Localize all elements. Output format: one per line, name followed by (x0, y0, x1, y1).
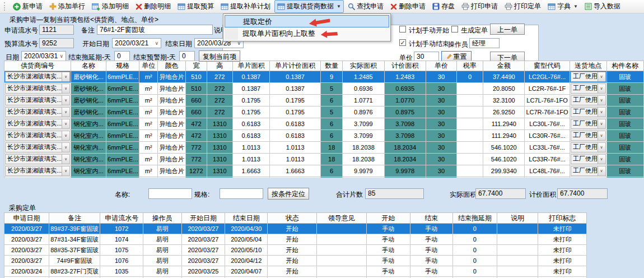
cell-piece-price-area[interactable]: 0.1795 (270, 95, 321, 106)
cell-qty[interactable]: 6 (321, 165, 343, 177)
cell-piece-price-area[interactable]: 0.1795 (270, 106, 321, 118)
cell-delivery[interactable]: 工厂使用∨ (570, 165, 606, 177)
cell-actual-area[interactable]: 1.2485 (343, 71, 384, 83)
cell-combobox[interactable]: 工厂使用∨ (571, 154, 606, 164)
manual-start-checkbox[interactable] (399, 26, 406, 33)
cell-orders-7[interactable] (317, 224, 367, 234)
cell-combobox[interactable]: 长沙市潇湘玻璃实...∨ (5, 107, 70, 117)
cell-orders-1[interactable]: 87#31-34F窗固玻 (49, 234, 100, 245)
cell-price-area[interactable]: 3.7098 (384, 130, 426, 142)
cell-orders-12[interactable]: 未打印 (538, 266, 587, 277)
cell-combobox[interactable]: 长沙市潇湘玻璃实...∨ (5, 131, 70, 141)
cell-orders-4[interactable]: 2020/03/27 (181, 224, 225, 234)
column-header-orders-5[interactable]: 结束日期 (225, 213, 268, 224)
cell-orders-1[interactable]: 89#37-39F窗固玻 (49, 224, 100, 234)
cell-supplier[interactable]: 长沙市潇湘玻璃实...∨ (4, 95, 71, 106)
cell-width[interactable]: 510 (185, 71, 207, 83)
cell-qty[interactable]: 6 (321, 95, 343, 106)
cell-orders-1[interactable]: 88#35-37F窗固玻 (49, 245, 100, 256)
cell-width[interactable]: 660 (185, 106, 207, 118)
copy-current-item-button[interactable]: 复制当前项 (199, 50, 240, 62)
cell-part[interactable]: 固玻 (606, 142, 643, 154)
chevron-down-icon[interactable]: ∨ (598, 108, 605, 117)
budget-no-field[interactable]: 9252 (39, 38, 74, 48)
table-row[interactable]: 长沙市潇湘玻璃实...∨钢化室内...6mmPLE...m²异地合片472131… (4, 130, 644, 142)
cell-height[interactable]: 1310 (207, 177, 232, 178)
manual-end-checkbox[interactable]: ✓ (399, 39, 406, 46)
cell-piece-price-area[interactable]: 1.6663 (270, 177, 321, 178)
cell-orders-5[interactable]: 2020/05/04 (225, 234, 268, 245)
toolbar-grip[interactable] (4, 2, 7, 11)
cell-color[interactable]: 异地合片 (158, 118, 186, 130)
cell-color[interactable]: 异地合片 (158, 154, 186, 165)
cell-price-area[interactable]: 18.2034 (384, 154, 426, 165)
cell-height[interactable]: 1310 (207, 130, 232, 142)
cell-qty[interactable]: 5 (321, 106, 343, 118)
cell-spec[interactable]: 6mmPLE... (106, 83, 139, 95)
cell-color[interactable]: 异地合片 (158, 71, 186, 83)
toolbar-button-save[interactable]: 存盘 (430, 0, 458, 13)
column-header-orders-7[interactable]: 领导意见 (317, 213, 367, 224)
cell-width[interactable]: 772 (185, 154, 207, 165)
chevron-down-icon[interactable]: ∨ (62, 119, 69, 128)
cell-combobox[interactable]: 长沙市潇湘玻璃实...∨ (5, 72, 70, 82)
column-header-price-area[interactable]: 计价面积 (384, 61, 426, 71)
cell-name[interactable]: 磨砂钢化... (71, 95, 106, 106)
cell-combobox[interactable]: 长沙市潇湘玻璃实...∨ (5, 84, 70, 94)
column-header-height[interactable]: 高 (207, 61, 232, 71)
cell-piece-area[interactable]: 1.6663 (232, 165, 269, 177)
cell-actual-area[interactable]: 18.2038 (343, 142, 384, 154)
cell-color[interactable]: 异地合片 (158, 130, 186, 142)
column-header-qty[interactable]: 数量 (321, 61, 343, 71)
cell-tax[interactable] (457, 130, 483, 142)
cell-orders-7[interactable] (317, 234, 367, 245)
cell-orders-8[interactable]: 手动 (366, 256, 410, 266)
cell-tax[interactable]: 0 (457, 71, 483, 83)
cell-orders-0[interactable]: 2020/03/27 (4, 256, 49, 266)
cell-height[interactable]: 272 (207, 83, 232, 95)
cell-piece-area[interactable]: 0.6183 (232, 118, 269, 130)
cell-orders-4[interactable]: 2020/03/25 (181, 266, 225, 277)
cell-orders-10[interactable]: 0 (452, 245, 497, 256)
cell-price-area[interactable]: 9.9978 (384, 165, 426, 177)
table-row[interactable]: 长沙市潇湘玻璃实...∨磨砂钢化...6mmPLE...m²异地合片660272… (4, 106, 644, 118)
cell-name[interactable]: 钢化室内... (71, 142, 106, 154)
cell-spec[interactable]: 6mmPLE... (106, 118, 139, 130)
chevron-down-icon[interactable]: ∨ (62, 131, 69, 140)
cell-height[interactable]: 272 (207, 106, 232, 118)
cell-orders-0[interactable]: 2020/03/24 (4, 266, 49, 277)
cell-supplier[interactable]: 长沙市潇湘玻璃实...∨ (4, 154, 71, 165)
column-header-orders-1[interactable]: 备注 (49, 213, 100, 224)
cell-supplier[interactable]: 长沙市潇湘玻璃实...∨ (4, 83, 71, 95)
cell-combobox[interactable]: 工厂使用∨ (571, 84, 606, 94)
table-row[interactable]: 2020/03/2774#9F窗固玻1076易明2020/03/272020/0… (4, 256, 587, 266)
cell-orders-10[interactable]: 0 (452, 234, 497, 245)
cell-spec[interactable]: 6mmPLE... (106, 165, 139, 177)
cell-width[interactable]: 1272 (185, 165, 207, 177)
chevron-down-icon[interactable]: ∨ (598, 166, 605, 175)
cell-tax[interactable] (457, 165, 483, 177)
chevron-down-icon[interactable]: ∨ (62, 155, 69, 164)
cell-piece-price-area[interactable]: 1.0113 (270, 142, 321, 154)
remark-field[interactable]: 76#1-2F窗固玻 (97, 25, 213, 35)
cell-supplier[interactable]: 长沙市潇湘玻璃实...∨ (4, 106, 71, 118)
chevron-down-icon[interactable]: ∨ (598, 84, 605, 93)
cell-spec[interactable]: 6mmPLE... (106, 154, 139, 165)
locate-by-condition-button[interactable]: 按条件定位 (268, 188, 309, 200)
cell-orders-5[interactable]: 2020/05/10 (225, 245, 268, 256)
menu-item-extract-piece-area-roundup[interactable]: 提取单片面积向上取整 (225, 27, 389, 40)
chevron-down-icon[interactable]: ∨ (62, 96, 69, 105)
cell-tax[interactable] (457, 83, 483, 95)
cell-piece-area[interactable]: 1.6663 (232, 177, 269, 178)
cell-price-area[interactable]: 1.2483 (384, 71, 426, 83)
cell-width[interactable]: 1272 (185, 177, 207, 178)
cell-amount[interactable]: 37.4490 (483, 71, 525, 83)
cell-orders-9[interactable]: 手动 (410, 224, 452, 234)
cell-orders-1[interactable]: 74#9F窗固玻 (49, 256, 100, 266)
cell-orders-2[interactable]: 1076 (100, 256, 143, 266)
cell-orders-10[interactable]: 0 (452, 256, 497, 266)
cell-orders-6[interactable]: 开始 (268, 245, 317, 256)
column-header-piece-price-area[interactable]: 单片计价面积 (270, 61, 321, 71)
cell-unit-price[interactable]: 30 (426, 118, 456, 130)
toolbar-button-dictionary[interactable]: 字典▼ (545, 0, 581, 13)
